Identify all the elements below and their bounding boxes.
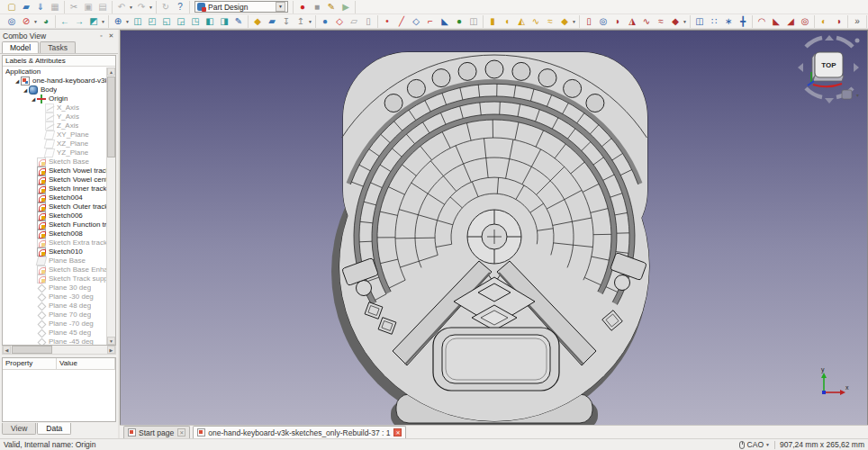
expander-icon[interactable]: ◢ xyxy=(14,76,21,86)
paste-button[interactable]: ▤ xyxy=(95,1,110,14)
nav-style-selector[interactable]: CAO xyxy=(747,440,764,449)
pocket-button[interactable]: ▯ xyxy=(582,15,596,28)
tree-item-z-axis[interactable]: Z_Axis xyxy=(3,122,115,130)
pad-button[interactable]: ▮ xyxy=(485,15,500,28)
float-panel-icon[interactable]: ▫ xyxy=(97,32,105,40)
tree-item-xy-plane[interactable]: XY_Plane xyxy=(3,130,115,140)
view-bottom-button[interactable]: ◧ xyxy=(203,15,217,28)
tree-item-one-hand-keyboard-v3k-sketches-only-rebuild-37[interactable]: ◢one-hand-keyboard-v3k-sketches_only-Reb… xyxy=(3,76,115,86)
close-tab-icon[interactable]: ✕ xyxy=(393,428,402,436)
tab-view[interactable]: View xyxy=(2,423,36,435)
subtractive-primitive-button[interactable]: ◆ xyxy=(668,15,683,28)
close-panel-icon[interactable]: ✕ xyxy=(107,32,115,40)
nav-forward-button[interactable]: → xyxy=(72,15,86,28)
tree-item-sketch-extra-track[interactable]: Sketch Extra track xyxy=(3,238,115,248)
nav-cube-menu-icon[interactable]: ▾ xyxy=(842,90,859,99)
open-file-button[interactable]: ▰ xyxy=(19,1,33,14)
scroll-up-icon[interactable]: ▲ xyxy=(107,68,115,76)
view-top-button[interactable]: ◱ xyxy=(159,15,174,28)
measure-button[interactable]: ✎ xyxy=(231,15,246,28)
view-axonometric-button[interactable]: ◫ xyxy=(131,15,145,28)
tree-item-sketch004[interactable]: Sketch004 xyxy=(3,194,115,202)
tree-item-plane-30-deg[interactable]: Plane -30 deg xyxy=(3,292,115,302)
tree-item-plane-70-deg[interactable]: Plane -70 deg xyxy=(3,320,115,328)
value-column[interactable]: Value xyxy=(57,358,115,369)
create-group-button[interactable]: ▰ xyxy=(265,15,279,28)
whats-this-button[interactable]: ? xyxy=(173,1,187,14)
tree-item-plane-45-deg[interactable]: Plane -45 deg xyxy=(3,338,115,345)
tree-item-y-axis[interactable]: Y_Axis xyxy=(3,112,115,122)
zoom-box-button[interactable]: ⊕ xyxy=(111,15,125,28)
close-tab-icon[interactable]: ✕ xyxy=(177,428,185,436)
revolution-button[interactable]: ◖ xyxy=(500,15,514,28)
tab-model[interactable]: Model xyxy=(2,41,39,53)
multi-transform-button[interactable]: ╋ xyxy=(736,15,750,28)
mirrored-button[interactable]: ◫ xyxy=(692,15,707,28)
tree-item-sketch-vowel-track[interactable]: Sketch Vowel track xyxy=(3,166,115,176)
chevron-down-icon[interactable]: ▼ xyxy=(101,19,106,24)
subtractive-pipe-button[interactable]: ∿ xyxy=(639,15,654,28)
tree-item-x-axis[interactable]: X_Axis xyxy=(3,104,115,112)
chevron-down-icon[interactable]: ▼ xyxy=(276,2,285,12)
macro-record-button[interactable]: ● xyxy=(295,1,310,14)
tree-item-plane-70-deg[interactable]: Plane 70 deg xyxy=(3,310,115,320)
tree-item-plane-30-deg[interactable]: Plane 30 deg xyxy=(3,284,115,292)
macro-stop-button[interactable]: ■ xyxy=(310,1,324,14)
tree-item-plane-45-deg[interactable]: Plane 45 deg xyxy=(3,328,115,338)
nav-cube-dot[interactable] xyxy=(855,39,860,43)
datum-point-button[interactable]: • xyxy=(380,15,394,28)
tree-item-body[interactable]: ◢Body xyxy=(3,86,115,94)
nav-back-button[interactable]: ← xyxy=(58,15,72,28)
tree-item-sketch-vowel-center[interactable]: Sketch Vowel center xyxy=(3,176,115,184)
chamfer-button[interactable]: ◣ xyxy=(769,15,783,28)
tree-item-origin[interactable]: ◢Origin xyxy=(3,94,115,104)
tab-tasks[interactable]: Tasks xyxy=(40,41,76,53)
refresh-button[interactable]: ↻ xyxy=(158,1,173,14)
thickness-button[interactable]: ◎ xyxy=(798,15,812,28)
scrollbar-thumb[interactable] xyxy=(107,76,115,158)
subtractive-loft-button[interactable]: ◮ xyxy=(625,15,639,28)
export-button[interactable]: ↥ xyxy=(294,15,308,28)
tree-item-sketch-track-support[interactable]: Sketch Track support xyxy=(3,274,115,284)
print-button[interactable]: ▦ xyxy=(48,1,62,14)
tree-item-sketch008[interactable]: Sketch008 xyxy=(3,230,115,238)
view-left-button[interactable]: ◨ xyxy=(217,15,231,28)
tree-item-plane-base[interactable]: Plane Base xyxy=(3,256,115,266)
draw-style-button[interactable]: ⊘ xyxy=(19,15,33,28)
tree-item-plane-48-deg[interactable]: Plane 48 deg xyxy=(3,302,115,310)
additive-pipe-button[interactable]: ∿ xyxy=(529,15,543,28)
scrollbar-thumb[interactable] xyxy=(12,346,52,354)
expander-icon[interactable]: ◢ xyxy=(22,86,29,94)
tree-item-xz-plane[interactable]: XZ_Plane xyxy=(3,140,115,148)
macro-play-button[interactable]: ▶ xyxy=(339,1,353,14)
edit-sketch-button[interactable]: ▱ xyxy=(347,15,361,28)
view-rear-button[interactable]: ◳ xyxy=(188,15,203,28)
boolean-cut-button[interactable]: ◑ xyxy=(831,15,845,28)
tree-item-sketch-inner-track[interactable]: Sketch Inner track xyxy=(3,184,115,194)
tree-item-sketch010[interactable]: Sketch010 xyxy=(3,248,115,256)
groove-button[interactable]: ◗ xyxy=(610,15,625,28)
expander-icon[interactable]: ◢ xyxy=(30,94,37,104)
nav-cube-body[interactable]: TOP xyxy=(812,52,844,81)
import-button[interactable]: ↧ xyxy=(279,15,294,28)
chevron-down-icon[interactable]: ▼ xyxy=(149,4,154,10)
tab-start-page[interactable]: Start page ✕ xyxy=(123,426,190,438)
shape-binder-button[interactable]: ◣ xyxy=(438,15,452,28)
tree-item-sketch-base-enhancement[interactable]: Sketch Base Enhancement xyxy=(3,266,115,274)
save-file-button[interactable]: ⇓ xyxy=(33,1,48,14)
workbench-selector[interactable]: Part Design▼ xyxy=(194,1,288,13)
tab-data[interactable]: Data xyxy=(37,423,71,435)
fillet-button[interactable]: ◠ xyxy=(755,15,769,28)
3d-viewport[interactable]: TOP ▾ y xyxy=(120,30,868,425)
copy-button[interactable]: ▣ xyxy=(81,1,95,14)
additive-primitive-button[interactable]: ◆ xyxy=(557,15,572,28)
textures-button[interactable]: ◕ xyxy=(39,15,53,28)
view-right-button[interactable]: ◲ xyxy=(174,15,188,28)
linear-pattern-button[interactable]: ∷ xyxy=(707,15,721,28)
navigation-cube[interactable]: TOP ▾ xyxy=(797,34,862,106)
chevron-down-icon[interactable]: ▼ xyxy=(765,442,770,447)
additive-helix-button[interactable]: ≈ xyxy=(543,15,557,28)
macro-edit-button[interactable]: ✎ xyxy=(324,1,339,14)
subtractive-helix-button[interactable]: ≈ xyxy=(654,15,668,28)
tree-item-sketch-outer-track[interactable]: Sketch Outer track xyxy=(3,202,115,212)
